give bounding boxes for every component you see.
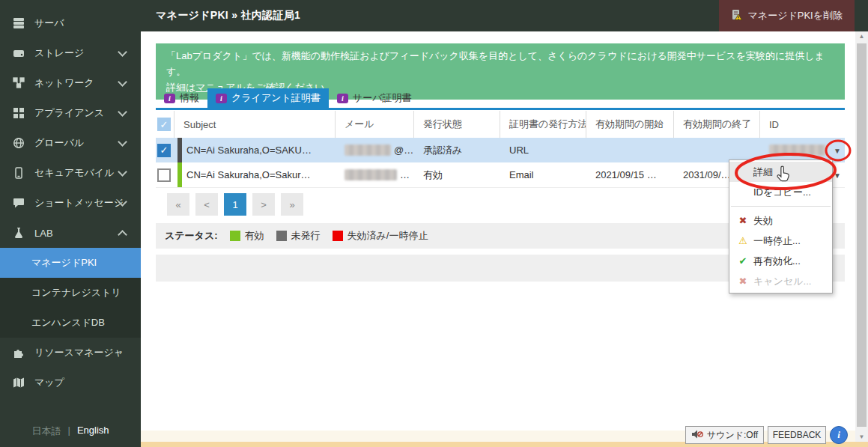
top-bar: マネージドPKI » 社内認証局1 マネージドPKIを削除 (141, 0, 868, 31)
banner-line1: 「Labプロダクト」では、新機能の動作検証およびフィードバック収集を目的として、… (166, 50, 825, 77)
sidebar-item-label: ストレージ (34, 46, 84, 60)
language-japanese[interactable]: 日本語 (31, 425, 61, 438)
language-english[interactable]: English (77, 425, 109, 438)
sidebar-item-secure-mobile[interactable]: セキュアモバイル (0, 158, 141, 188)
delete-warning-icon (731, 9, 743, 23)
sidebar-item-managed-pki[interactable]: マネージドPKI (0, 248, 141, 278)
feedback-button-label: FEEDBACK (773, 430, 822, 440)
valid-from-cell: 2021/09/15 … (586, 162, 674, 187)
sidebar-item-resource-manager[interactable]: リソースマネージャ (0, 338, 141, 368)
chevron-down-icon (118, 47, 127, 57)
select-all-checkbox[interactable]: ✓ (157, 118, 171, 131)
language-switcher: 日本語 | English (0, 425, 141, 438)
column-header-id: ID (760, 111, 845, 138)
info-card-icon: i (337, 94, 348, 103)
menu-item-suspend[interactable]: ⚠一時停止... (729, 231, 832, 251)
info-card-icon: i (216, 94, 227, 103)
menu-item-cancel: ✖キャンセル... (729, 271, 832, 291)
delete-managed-pki-button[interactable]: マネージドPKIを削除 (719, 0, 855, 31)
sound-toggle-button[interactable]: サウンド:Off (685, 426, 764, 444)
chevron-down-icon (118, 107, 127, 117)
mobile-icon (12, 166, 25, 180)
sidebar-item-global[interactable]: グローバル (0, 128, 141, 158)
table-header: ✓ Subject メール 発行状態 証明書の発行方法 有効期間の開始 有効期間… (156, 111, 845, 138)
menu-item-details[interactable]: 詳細 (729, 162, 832, 182)
menu-item-reactivate[interactable]: ✔再有効化... (729, 251, 832, 271)
menu-item-copy-id[interactable]: IDをコピー... (729, 182, 832, 202)
menu-item-revoke[interactable]: ✖失効 (729, 210, 832, 231)
redacted-id (769, 145, 826, 156)
breadcrumb[interactable]: マネージドPKI » 社内認証局1 (156, 0, 300, 31)
pagination-page-1-button[interactable]: 1 (224, 193, 246, 216)
tab-label: 情報 (180, 91, 199, 105)
column-header-valid-from: 有効期間の開始 (586, 111, 674, 138)
email-cell: @… (336, 138, 414, 162)
chevron-up-icon (118, 230, 127, 240)
email-suffix: @… (394, 145, 413, 156)
sidebar-item-lab[interactable]: LAB (0, 218, 141, 248)
subject-cell: CN=Ai Sakuraha,O=SAKU… (174, 138, 336, 162)
email-suffix: … (400, 169, 410, 180)
sidebar-item-label: マップ (34, 376, 64, 389)
tab-label: サーバ証明書 (353, 91, 412, 105)
subject-cell: CN=Ai Sakuraha,O=Sakur… (174, 162, 336, 187)
pagination-last-button[interactable]: » (281, 193, 303, 216)
redacted-email (345, 169, 397, 180)
feedback-button[interactable]: FEEDBACK (768, 426, 826, 444)
sidebar-item-server[interactable]: サーバ (0, 8, 141, 38)
sidebar-item-label: ネットワーク (34, 76, 94, 90)
sidebar-item-enhanced-db[interactable]: エンハンスドDB (0, 308, 141, 338)
tab-server-certificates[interactable]: i サーバ証明書 (329, 88, 420, 108)
warning-icon: ⚠ (737, 231, 749, 251)
chevron-down-icon (118, 137, 127, 147)
row-actions-dropdown-icon[interactable]: ▼ (834, 171, 841, 179)
muted-speaker-icon (691, 429, 703, 442)
row-checkbox-checked[interactable]: ✓ (157, 144, 171, 157)
column-header-valid-to: 有効期間の終了 (674, 111, 760, 138)
app-root: サーバ ストレージ ネットワーク アプライアンス グローバル セキュアモバイル (0, 0, 868, 447)
globe-icon (12, 136, 25, 150)
scrollbar-thumb[interactable] (857, 43, 867, 427)
tab-underline (156, 108, 845, 110)
sidebar-item-short-message[interactable]: ショートメッセージ (0, 188, 141, 218)
sound-button-label: サウンド:Off (707, 429, 758, 442)
sidebar-item-appliance[interactable]: アプライアンス (0, 98, 141, 128)
valid-from-cell (586, 138, 674, 162)
tab-info[interactable]: i 情報 (156, 88, 207, 108)
row-checkbox-unchecked[interactable] (157, 168, 171, 182)
info-icon: i (837, 429, 840, 441)
sidebar-item-label: サーバ (34, 16, 64, 30)
lab-submenu: マネージドPKI コンテナレジストリ エンハンスドDB (0, 248, 141, 338)
issue-method-cell: Email (500, 162, 586, 187)
appliance-icon (12, 106, 25, 120)
sidebar-item-network[interactable]: ネットワーク (0, 68, 141, 98)
check-icon: ✓ (160, 119, 169, 130)
legend-item-label: 有効 (245, 229, 264, 243)
sidebar-item-label: LAB (34, 228, 53, 239)
help-info-button[interactable]: i (830, 426, 848, 444)
sidebar-item-storage[interactable]: ストレージ (0, 38, 141, 68)
sidebar-item-map[interactable]: マップ (0, 368, 141, 398)
pagination-first-button[interactable]: « (167, 193, 189, 216)
row-actions-context-menu: 詳細 IDをコピー... ✖失効 ⚠一時停止... ✔再有効化... ✖キャンセ… (729, 159, 833, 294)
row-actions-dropdown-icon[interactable]: ▼ (834, 146, 841, 154)
chevron-down-icon (118, 167, 127, 177)
sidebar-item-label: セキュアモバイル (34, 166, 114, 180)
email-cell: … (336, 162, 414, 187)
sidebar-item-container-registry[interactable]: コンテナレジストリ (0, 278, 141, 308)
sidebar-item-label: ショートメッセージ (34, 196, 124, 210)
check-icon: ✓ (160, 145, 169, 156)
tab-client-certificates[interactable]: i クライアント証明書 (207, 88, 329, 108)
legend-item-label: 失効済み/一時停止 (347, 229, 428, 243)
legend-red-swatch (333, 231, 343, 241)
vertical-scrollbar[interactable]: ▲ ▼ (855, 31, 868, 442)
scrollbar-up-arrow-icon[interactable]: ▲ (855, 33, 868, 40)
pagination-prev-button[interactable]: < (195, 193, 218, 216)
menu-item-label: 一時停止... (753, 235, 801, 246)
pagination: « < 1 > » (167, 193, 303, 216)
pagination-next-button[interactable]: > (252, 193, 275, 216)
sidebar-item-label: グローバル (34, 136, 84, 150)
scrollbar-down-arrow-icon[interactable]: ▼ (855, 434, 868, 440)
server-icon (12, 16, 25, 30)
select-all-cell: ✓ (156, 111, 174, 138)
